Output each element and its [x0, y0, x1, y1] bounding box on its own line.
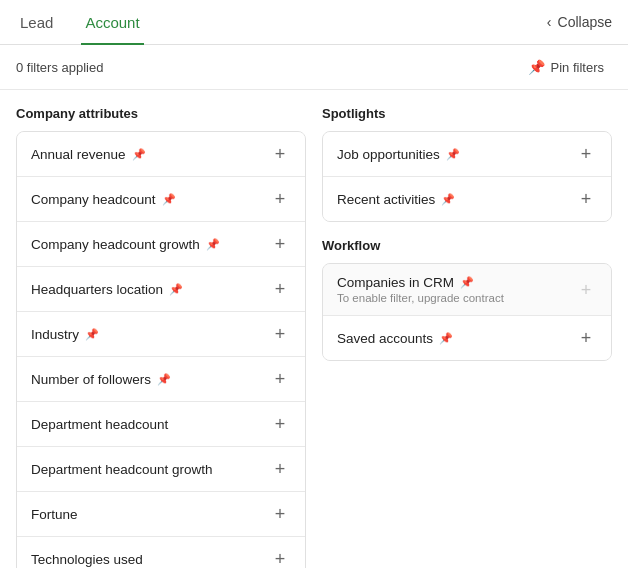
add-filter-button[interactable]: + [269, 188, 291, 210]
collapse-button[interactable]: ‹ Collapse [547, 6, 612, 38]
filter-item-label: Companies in CRM 📌 [337, 275, 504, 290]
tab-account[interactable]: Account [81, 0, 143, 45]
filter-item-label: Fortune [31, 507, 78, 522]
pin-small-icon: 📌 [446, 148, 460, 161]
pin-small-icon: 📌 [132, 148, 146, 161]
filter-item-label: Company headcount growth 📌 [31, 237, 220, 252]
right-column: Spotlights Job opportunities 📌 + Recent … [322, 106, 612, 568]
filter-item-label: Headquarters location 📌 [31, 282, 183, 297]
add-filter-button[interactable]: + [269, 413, 291, 435]
spotlights-title: Spotlights [322, 106, 612, 121]
filter-item: Industry 📌 + [17, 312, 305, 357]
filter-item-label: Department headcount growth [31, 462, 213, 477]
filter-item: Department headcount growth + [17, 447, 305, 492]
company-attributes-list: Annual revenue 📌 + Company headcount 📌 +… [16, 131, 306, 568]
main-content: Company attributes Annual revenue 📌 + Co… [0, 90, 628, 568]
add-filter-button[interactable]: + [269, 143, 291, 165]
pin-icon: 📌 [528, 59, 545, 75]
filter-item-label: Job opportunities 📌 [337, 147, 460, 162]
filter-item: Annual revenue 📌 + [17, 132, 305, 177]
add-filter-button[interactable]: + [269, 458, 291, 480]
spotlights-list: Job opportunities 📌 + Recent activities … [322, 131, 612, 222]
filter-item: Technologies used + [17, 537, 305, 568]
add-filter-button[interactable]: + [269, 278, 291, 300]
pin-filters-button[interactable]: 📌 Pin filters [520, 55, 612, 79]
filter-item: Job opportunities 📌 + [323, 132, 611, 177]
chevron-left-icon: ‹ [547, 14, 552, 30]
pin-small-icon: 📌 [441, 193, 455, 206]
add-filter-button[interactable]: + [575, 327, 597, 349]
add-filter-button[interactable]: + [269, 368, 291, 390]
filter-item-label: Number of followers 📌 [31, 372, 171, 387]
workflow-title: Workflow [322, 238, 612, 253]
filter-item: Headquarters location 📌 + [17, 267, 305, 312]
workflow-list: Companies in CRM 📌 To enable filter, upg… [322, 263, 612, 361]
add-filter-button: + [575, 279, 597, 301]
filters-applied-text: 0 filters applied [16, 60, 103, 75]
company-attributes-title: Company attributes [16, 106, 306, 121]
filter-item-content: Companies in CRM 📌 To enable filter, upg… [337, 275, 504, 304]
tabs-bar: Lead Account ‹ Collapse [0, 0, 628, 45]
left-column: Company attributes Annual revenue 📌 + Co… [16, 106, 306, 568]
add-filter-button[interactable]: + [269, 323, 291, 345]
add-filter-button[interactable]: + [269, 503, 291, 525]
pin-small-icon: 📌 [169, 283, 183, 296]
tab-lead[interactable]: Lead [16, 0, 57, 45]
pin-small-icon: 📌 [85, 328, 99, 341]
add-filter-button[interactable]: + [575, 188, 597, 210]
add-filter-button[interactable]: + [269, 548, 291, 568]
pin-small-icon: 📌 [157, 373, 171, 386]
filter-item: Number of followers 📌 + [17, 357, 305, 402]
filter-bar: 0 filters applied 📌 Pin filters [0, 45, 628, 90]
add-filter-button[interactable]: + [575, 143, 597, 165]
filter-item-label: Department headcount [31, 417, 168, 432]
pin-small-icon: 📌 [460, 276, 474, 289]
pin-small-icon: 📌 [162, 193, 176, 206]
pin-small-icon: 📌 [206, 238, 220, 251]
filter-item-label: Saved accounts 📌 [337, 331, 453, 346]
filter-item: Department headcount + [17, 402, 305, 447]
add-filter-button[interactable]: + [269, 233, 291, 255]
filter-item: Recent activities 📌 + [323, 177, 611, 221]
filter-item: Companies in CRM 📌 To enable filter, upg… [323, 264, 611, 316]
tabs-list: Lead Account [16, 0, 144, 44]
filter-item: Fortune + [17, 492, 305, 537]
filter-item-label: Annual revenue 📌 [31, 147, 146, 162]
upgrade-text: To enable filter, upgrade contract [337, 292, 504, 304]
filter-item: Company headcount growth 📌 + [17, 222, 305, 267]
filter-item-label: Recent activities 📌 [337, 192, 455, 207]
filter-item: Saved accounts 📌 + [323, 316, 611, 360]
filter-item: Company headcount 📌 + [17, 177, 305, 222]
filter-item-label: Company headcount 📌 [31, 192, 176, 207]
filter-item-label: Technologies used [31, 552, 143, 567]
filter-item-label: Industry 📌 [31, 327, 99, 342]
pin-small-icon: 📌 [439, 332, 453, 345]
